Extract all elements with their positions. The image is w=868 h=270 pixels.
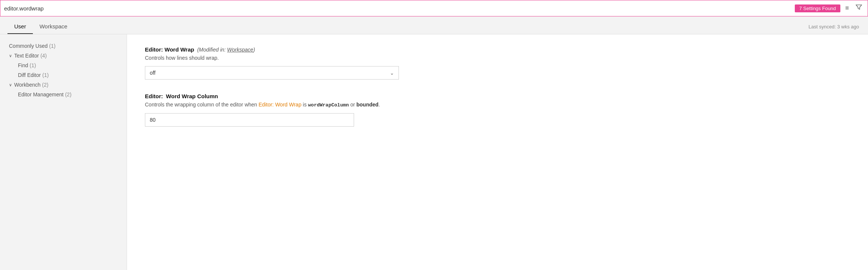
word-wrap-dropdown[interactable]: off ⌄ — [145, 66, 399, 80]
workbench-count: (2) — [42, 82, 49, 88]
find-count: (1) — [30, 62, 36, 68]
sidebar-item-workbench[interactable]: ∨ Workbench (2) — [9, 80, 127, 90]
main-layout: Commonly Used (1) ∨ Text Editor (4) Find… — [0, 34, 868, 270]
tabs-left: User Workspace — [7, 16, 74, 34]
filter-icon-button[interactable] — [854, 3, 864, 13]
workbench-label: Workbench — [14, 82, 41, 88]
sidebar-item-commonly-used[interactable]: Commonly Used (1) — [9, 41, 127, 51]
sort-icon-button[interactable]: ≡ — [843, 4, 851, 13]
search-right: 7 Settings Found ≡ — [795, 3, 864, 13]
word-wrap-dropdown-arrow: ⌄ — [390, 70, 394, 76]
word-wrap-title: Editor: Word Wrap (Modified in: Workspac… — [145, 46, 850, 53]
sidebar-item-find[interactable]: Find (1) — [9, 60, 127, 70]
filter-icon — [856, 4, 862, 12]
word-wrap-column-title: Editor: Word Wrap Column — [145, 93, 850, 99]
word-wrap-column-desc-code: wordWrapColumn — [308, 102, 349, 108]
diff-editor-label: Diff Editor — [18, 72, 41, 78]
word-wrap-workspace-link[interactable]: Workspace — [227, 47, 253, 53]
sort-icon: ≡ — [845, 4, 849, 12]
word-wrap-column-desc-link: Editor: Word Wrap — [258, 102, 301, 108]
text-editor-count: (4) — [40, 53, 47, 59]
find-label: Find — [18, 62, 28, 68]
word-wrap-column-desc-bounded: bounded — [356, 102, 378, 108]
diff-editor-count: (1) — [42, 72, 49, 78]
commonly-used-label: Commonly Used — [9, 43, 47, 49]
sidebar-item-text-editor[interactable]: ∨ Text Editor (4) — [9, 51, 127, 60]
content-area: Editor: Word Wrap (Modified in: Workspac… — [127, 34, 868, 270]
text-editor-label: Text Editor — [14, 53, 39, 59]
tab-user[interactable]: User — [7, 16, 33, 34]
word-wrap-column-description: Controls the wrapping column of the edit… — [145, 102, 850, 108]
tab-workspace[interactable]: Workspace — [33, 16, 74, 34]
word-wrap-title-text: Editor: Word Wrap — [145, 46, 194, 53]
search-bar: 7 Settings Found ≡ — [0, 0, 868, 16]
tabs-bar: User Workspace Last synced: 3 wks ago — [0, 16, 868, 34]
setting-word-wrap: Editor: Word Wrap (Modified in: Workspac… — [145, 46, 850, 80]
settings-found-badge: 7 Settings Found — [795, 4, 840, 12]
workbench-chevron: ∨ — [9, 83, 12, 87]
sidebar: Commonly Used (1) ∨ Text Editor (4) Find… — [0, 34, 127, 270]
setting-word-wrap-column: Editor: Word Wrap Column Controls the wr… — [145, 93, 850, 127]
search-input[interactable] — [4, 5, 795, 12]
sidebar-item-editor-management[interactable]: Editor Management (2) — [9, 90, 127, 99]
word-wrap-column-input[interactable] — [145, 113, 354, 127]
word-wrap-dropdown-value: off — [150, 70, 155, 76]
text-editor-chevron: ∨ — [9, 53, 12, 58]
editor-management-count: (2) — [65, 91, 71, 97]
sync-text: Last synced: 3 wks ago — [809, 24, 868, 34]
word-wrap-description: Controls how lines should wrap. — [145, 55, 850, 61]
commonly-used-count: (1) — [49, 43, 55, 49]
editor-management-label: Editor Management — [18, 91, 63, 97]
sidebar-item-diff-editor[interactable]: Diff Editor (1) — [9, 70, 127, 80]
word-wrap-modified-note: (Modified in: Workspace) — [197, 47, 255, 53]
